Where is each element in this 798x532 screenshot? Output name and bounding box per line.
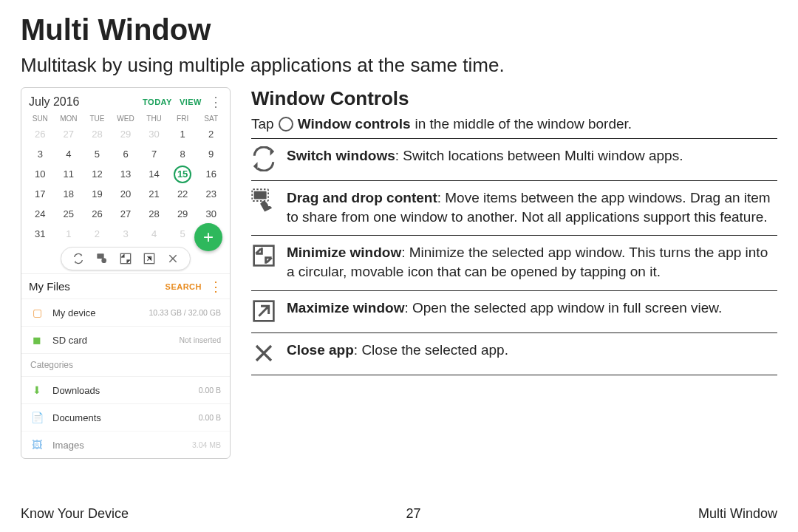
device-icon: ▢	[30, 306, 44, 319]
row-documents[interactable]: 📄 Documents 0.00 B	[21, 403, 230, 431]
download-icon: ⬇	[30, 383, 44, 397]
section-heading: Window Controls	[251, 87, 777, 110]
control-switch: Switch windows: Switch locations between…	[251, 138, 777, 181]
categories-label: Categories	[21, 353, 230, 376]
selected-day[interactable]: 15	[174, 166, 191, 183]
row-my-device[interactable]: ▢ My device 10.33 GB / 32.00 GB	[21, 299, 230, 326]
control-drag: Drag and drop content: Move items betwee…	[251, 181, 777, 236]
add-event-fab[interactable]: +	[194, 223, 222, 251]
minimize-icon[interactable]	[119, 252, 132, 265]
control-minimize: Minimize window: Minimize the selected a…	[251, 236, 777, 290]
calendar-month: July 2016	[29, 95, 135, 109]
footer-page: 27	[406, 506, 421, 522]
calendar-dow: SUNMONTUEWEDTHUFRISAT	[21, 115, 230, 124]
footer-left: Know Your Device	[21, 506, 129, 522]
row-downloads[interactable]: ⬇ Downloads 0.00 B	[21, 376, 230, 403]
control-close: Close app: Close the selected app.	[251, 333, 777, 375]
documents-icon: 📄	[30, 411, 44, 424]
footer-right: Multi Window	[698, 506, 777, 522]
svg-rect-5	[254, 191, 267, 200]
content: Window Controls Tap Window controls in t…	[251, 87, 777, 459]
page-footer: Know Your Device 27 Multi Window	[21, 506, 777, 522]
minimize-icon	[251, 243, 276, 268]
today-link[interactable]: TODAY	[143, 98, 172, 106]
maximize-icon[interactable]	[143, 252, 156, 265]
window-controls-circle-icon	[279, 117, 293, 132]
files-title: My Files	[29, 280, 158, 293]
svg-point-1	[101, 258, 106, 263]
svg-rect-6	[254, 246, 274, 266]
page-subtitle: Multitask by using multiple applications…	[21, 54, 777, 77]
sd-card-icon: ◼	[30, 333, 44, 347]
drag-drop-icon[interactable]	[95, 252, 109, 265]
switch-windows-icon[interactable]	[72, 252, 85, 265]
row-images[interactable]: 🖼 Images 3.04 MB	[21, 431, 230, 458]
search-link[interactable]: SEARCH	[166, 282, 202, 291]
page-title: Multi Window	[21, 13, 777, 47]
view-link[interactable]: VIEW	[180, 98, 202, 106]
svg-rect-2	[120, 253, 130, 263]
close-icon	[251, 341, 276, 366]
images-icon: 🖼	[30, 438, 44, 451]
phone-illustration: July 2016 TODAY VIEW ⋮ SUNMONTUEWEDTHUFR…	[21, 87, 231, 459]
row-sd-card[interactable]: ◼ SD card Not inserted	[21, 326, 230, 353]
control-maximize: Maximize window: Open the selected app w…	[251, 291, 777, 333]
switch-windows-icon	[251, 146, 276, 171]
intro-line: Tap Window controls in the middle of the…	[251, 116, 777, 132]
drag-drop-icon	[251, 188, 276, 214]
window-controls-pill[interactable]	[61, 247, 191, 270]
svg-rect-0	[97, 253, 103, 259]
maximize-icon	[251, 299, 276, 324]
close-icon[interactable]	[166, 252, 180, 265]
